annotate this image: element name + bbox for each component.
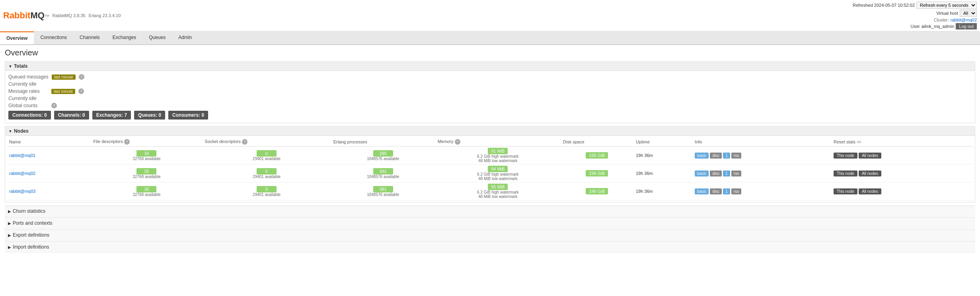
nav-item-overview[interactable]: Overview [0,31,34,44]
memory-help[interactable]: ? [455,139,460,145]
col-erlang: Erlang processes [331,137,435,147]
queued-messages-row: Queued messages last minute ? [8,74,972,80]
socket-desc-cell: 0 29401 available [203,182,331,200]
ports-section: ▶ Ports and contexts [5,218,975,229]
disk-value: 196 GiB [586,170,608,176]
global-counts-row: Global counts ? [8,103,972,108]
file-desc-value: 36 [136,150,156,157]
refresh-select[interactable]: Refresh every 5 seconds Every 10 seconds… [916,2,977,9]
nav-item-connections[interactable]: Connections [34,31,73,44]
message-rates-label: Message rates [8,88,48,94]
totals-section-header[interactable]: ▼ Totals [5,62,975,71]
socket-desc-sub: 29401 available [205,157,329,161]
socket-desc-cell: 0 29401 available [203,147,331,165]
disk-cell: 195 GiB [561,147,633,165]
table-row: rabbit@mq03 35 32768 available 0 29401 a… [7,182,973,200]
export-header[interactable]: ▶ Export definitions [5,230,975,241]
queues-count: Queues: 0 [134,111,165,120]
erlang-cell: 381 1048576 available [331,182,435,200]
nav-item-queues[interactable]: Queues [142,31,172,44]
churn-label: Churn statistics [13,208,45,214]
node-name-link[interactable]: rabbit@mq02 [9,171,35,176]
node-name-link[interactable]: rabbit@mq03 [9,189,35,194]
message-rates-row: Message rates last minute ? [8,88,972,94]
connections-count: Connections: 0 [8,111,51,120]
refreshed-label: Refreshed 2024-05-07 10:52:02 [853,3,915,8]
all-nodes-button[interactable]: All nodes [859,171,881,176]
global-counts-label: Global counts [8,103,48,108]
node-name-cell: rabbit@mq03 [7,182,91,200]
uptime-cell: 19h 36m [633,182,692,200]
import-label: Import definitions [13,244,49,250]
disk-value: 196 GiB [586,188,608,194]
user-area: User ailink_mq_admin Log out [911,23,977,29]
this-node-button[interactable]: This node [834,171,857,176]
info-badge-rss: rss [731,188,741,194]
export-section: ▶ Export definitions [5,229,975,241]
plus-minus[interactable]: +/- [857,139,862,144]
file-desc-sub: 32768 available [93,192,200,197]
global-counts-help-icon[interactable]: ? [51,103,57,108]
rates-help-icon[interactable]: ? [78,88,84,94]
table-row: rabbit@mq02 35 32768 available 0 29401 a… [7,165,973,182]
info-cell: basicdisc1rss [692,182,831,200]
info-badge-disc: disc [710,153,722,159]
virtual-host-select[interactable]: All [960,10,977,17]
col-info: Info [692,137,831,147]
ports-header[interactable]: ▶ Ports and contexts [5,218,975,229]
queued-badge[interactable]: last minute [52,74,76,80]
action-buttons: This node All nodes [834,153,971,159]
totals-section: ▼ Totals Queued messages last minute ? C… [5,61,975,123]
nav-item-channels[interactable]: Channels [73,31,106,44]
info-badge-disc: disc [710,188,722,194]
logo-mq-text: MQ [30,10,44,21]
rates-idle-row: Currently idle [8,96,972,101]
nav-item-admin[interactable]: Admin [172,31,198,44]
churn-header[interactable]: ▶ Churn statistics [5,206,975,217]
disk-value: 195 GiB [586,152,608,159]
socket-desc-cell: 0 29401 available [203,165,331,182]
logout-button[interactable]: Log out [956,23,977,29]
memory-watermark-high: 6.2 GiB high watermark [438,190,558,194]
refresh-area: Refreshed 2024-05-07 10:52:02 Refresh ev… [853,2,977,9]
file-desc-help[interactable]: ? [124,139,130,145]
import-header[interactable]: ▶ Import definitions [5,242,975,253]
nodes-section: ▼ Nodes Name File descriptors ? Socket d… [5,126,975,202]
memory-cell: 94 MiB 6.2 GiB high watermark 48 MiB low… [435,165,561,182]
erlang-sub: 1048576 available [333,192,433,197]
main-nav: Overview Connections Channels Exchanges … [0,31,980,45]
all-nodes-button[interactable]: All nodes [859,188,881,194]
col-file-desc: File descriptors ? [91,137,202,147]
nodes-section-header[interactable]: ▼ Nodes [5,127,975,136]
virtual-host-label: Virtual host [936,11,958,16]
rates-badge[interactable]: last minute [51,89,75,94]
nodes-table: Name File descriptors ? Socket descripto… [7,137,973,200]
table-row: rabbit@mq01 36 32768 available 0 29401 a… [7,147,973,165]
action-buttons: This node All nodes [834,171,971,176]
node-name-link[interactable]: rabbit@mq01 [9,153,35,158]
info-badge-basic: basic [695,153,709,159]
all-nodes-button[interactable]: All nodes [859,153,881,159]
this-node-button[interactable]: This node [834,153,857,159]
socket-desc-sub: 29401 available [205,174,329,179]
reset-stats-cell: This node All nodes [831,147,973,165]
nav-item-exchanges[interactable]: Exchanges [106,31,142,44]
cluster-name-link[interactable]: rabbit@mq02 [951,18,977,22]
this-node-button[interactable]: This node [834,188,857,194]
user-name: ailink_mq_admin [922,24,955,29]
queued-help-icon[interactable]: ? [79,74,84,80]
export-label: Export definitions [13,232,49,238]
cluster-label: Cluster: [934,18,949,22]
churn-section: ▶ Churn statistics [5,206,975,217]
info-badge-disc: disc [710,171,722,176]
socket-desc-help[interactable]: ? [242,139,247,145]
erlang-cell: 381 1048576 available [331,165,435,182]
info-badges: basicdisc1rss [695,188,829,194]
reset-stats-cell: This node All nodes [831,165,973,182]
page-title: Overview [5,48,975,57]
ports-label: Ports and contexts [13,220,52,226]
import-section: ▶ Import definitions [5,241,975,253]
socket-desc-value: 0 [257,168,277,174]
rabbitmq-version: RabbitMQ 3.8.35 [52,13,85,18]
action-buttons: This node All nodes [834,188,971,194]
